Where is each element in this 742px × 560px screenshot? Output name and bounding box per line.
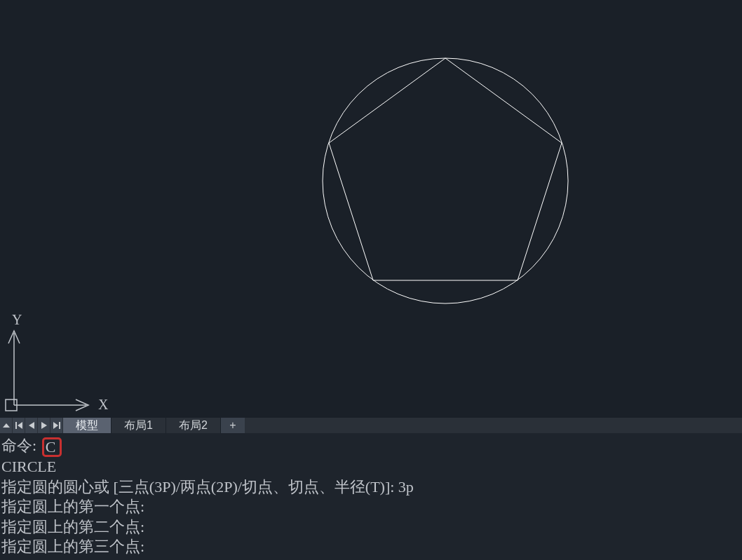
svg-marker-3	[3, 423, 10, 428]
tabbar-prev-icon[interactable]	[25, 418, 38, 433]
tab-model[interactable]: 模型	[63, 418, 112, 433]
tab-layout1[interactable]: 布局1	[112, 418, 166, 433]
ucs-x-label: X	[98, 397, 109, 412]
tabbar-up-icon[interactable]	[0, 418, 13, 433]
drawing-canvas[interactable]: Y X	[0, 0, 742, 418]
tabbar-next-icon[interactable]	[38, 418, 50, 433]
svg-rect-4	[15, 422, 17, 429]
command-prompt-label: 命令:	[1, 437, 41, 454]
svg-marker-6	[29, 422, 34, 429]
svg-marker-8	[53, 422, 58, 429]
tab-add-button[interactable]: +	[221, 418, 245, 433]
command-history-line: CIRCLE	[1, 457, 741, 477]
command-prompt-line: 命令: C	[1, 436, 741, 457]
command-history-line: 指定圆上的第三个点:	[1, 537, 741, 557]
command-input-highlight: C	[42, 437, 62, 457]
tabbar-first-icon[interactable]	[13, 418, 25, 433]
drawn-circle[interactable]	[323, 58, 568, 303]
command-history-line: 指定圆上的第二个点:	[1, 517, 741, 538]
command-history-line: 指定圆的圆心或 [三点(3P)/两点(2P)/切点、切点、半径(T)]: 3p	[1, 477, 741, 498]
ucs-y-label: Y	[12, 312, 22, 327]
svg-marker-5	[18, 422, 22, 429]
command-history-line: 指定圆上的第一个点:	[1, 497, 741, 517]
tabbar-last-icon[interactable]	[50, 418, 63, 433]
layout-tabbar: 模型 布局1 布局2 +	[0, 418, 742, 433]
svg-marker-7	[41, 422, 47, 429]
tab-layout2[interactable]: 布局2	[166, 418, 221, 433]
command-panel[interactable]: 命令: C CIRCLE 指定圆的圆心或 [三点(3P)/两点(2P)/切点、切…	[0, 433, 742, 560]
svg-rect-9	[59, 422, 60, 429]
ucs-icon	[6, 331, 88, 411]
drawn-pentagon[interactable]	[329, 58, 562, 280]
